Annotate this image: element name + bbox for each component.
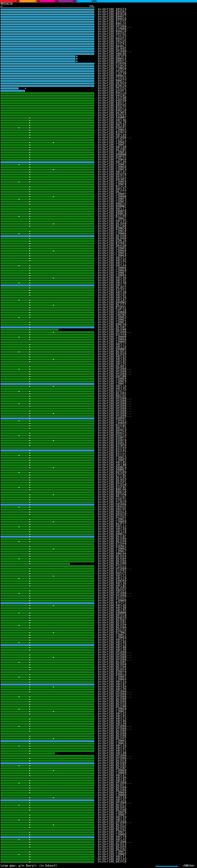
hit-bar[interactable] xyxy=(1,88,19,89)
hit-bar[interactable] xyxy=(1,312,94,313)
hit-bar[interactable] xyxy=(1,385,94,388)
hit-bar[interactable] xyxy=(1,137,94,138)
hit-bar[interactable] xyxy=(1,728,94,730)
hit-bar[interactable] xyxy=(1,548,94,550)
hit-bar[interactable] xyxy=(1,120,94,121)
hit-bar[interactable] xyxy=(1,417,94,420)
hit-bar[interactable] xyxy=(1,391,94,392)
hit-bar[interactable] xyxy=(1,363,94,365)
hit-bar[interactable] xyxy=(1,26,94,28)
hit-bar[interactable] xyxy=(1,359,94,360)
hit-bar[interactable] xyxy=(1,23,94,25)
hit-bar[interactable] xyxy=(1,248,94,249)
hit-bar[interactable] xyxy=(1,474,94,476)
hit-bar[interactable] xyxy=(1,491,94,493)
hit-bar[interactable] xyxy=(1,112,94,114)
hit-bar[interactable] xyxy=(1,376,94,377)
hit-bar[interactable] xyxy=(1,277,94,279)
hit-bar[interactable] xyxy=(1,156,94,158)
hit-bar[interactable] xyxy=(1,139,94,141)
hit-bar[interactable] xyxy=(1,267,94,269)
hit-bar[interactable] xyxy=(1,763,94,764)
hit-bar[interactable] xyxy=(1,53,94,55)
hit-bar[interactable] xyxy=(1,83,94,84)
hit-bar[interactable] xyxy=(1,780,94,781)
hit-label[interactable]: UniRef100_Q8I410 xyxy=(98,861,127,863)
hit-bar[interactable] xyxy=(1,368,94,370)
hit-bar[interactable] xyxy=(1,733,94,735)
hit-bar[interactable] xyxy=(1,583,94,584)
hit-bar[interactable] xyxy=(1,348,94,350)
hit-bar[interactable] xyxy=(1,427,94,429)
hit-bar[interactable] xyxy=(1,472,94,473)
hit-bar[interactable] xyxy=(1,287,94,289)
hit-bar[interactable] xyxy=(1,812,94,813)
hit-bar[interactable] xyxy=(1,186,94,188)
hit-bar[interactable] xyxy=(1,652,94,653)
hit-bar[interactable] xyxy=(1,166,94,168)
hit-bar[interactable] xyxy=(1,467,94,469)
hit-bar[interactable] xyxy=(1,297,94,299)
hit-bar[interactable] xyxy=(1,78,94,80)
hit-bar[interactable] xyxy=(1,533,94,535)
hit-bar[interactable] xyxy=(1,688,94,690)
hit-bar[interactable] xyxy=(1,122,94,124)
hit-bar[interactable] xyxy=(1,184,94,185)
hit-bar[interactable] xyxy=(1,294,94,296)
hit-bar[interactable] xyxy=(1,595,94,597)
hit-bar[interactable] xyxy=(1,383,94,385)
hit-bar[interactable] xyxy=(1,211,94,213)
hit-bar[interactable] xyxy=(1,551,94,552)
hit-bar[interactable] xyxy=(1,327,94,328)
hit-bar[interactable] xyxy=(1,41,94,42)
hit-bar[interactable] xyxy=(1,171,94,173)
hit-bar[interactable] xyxy=(1,501,94,503)
hit-bar[interactable] xyxy=(1,144,94,146)
hit-bar[interactable] xyxy=(1,223,94,225)
hit-bar[interactable] xyxy=(1,735,94,737)
hit-bar[interactable] xyxy=(1,43,94,45)
hit-bar[interactable] xyxy=(1,55,75,57)
hit-bar[interactable] xyxy=(1,822,94,823)
hit-bar[interactable] xyxy=(1,240,94,242)
hit-bar[interactable] xyxy=(1,610,94,612)
hit-bar[interactable] xyxy=(1,304,94,306)
hit-bar[interactable] xyxy=(1,516,94,518)
hit-bar[interactable] xyxy=(1,578,94,580)
hit-bar[interactable] xyxy=(1,777,94,779)
hit-bar[interactable] xyxy=(1,686,94,688)
hit-bar[interactable] xyxy=(1,679,94,680)
hit-bar[interactable] xyxy=(1,829,94,831)
hit-bar[interactable] xyxy=(1,861,94,863)
hit-bar[interactable] xyxy=(1,289,94,291)
hit-bar[interactable] xyxy=(1,174,94,176)
hit-bar[interactable] xyxy=(1,462,94,464)
hit-bar[interactable] xyxy=(1,415,94,417)
hit-bar[interactable] xyxy=(1,314,94,316)
hit-bar[interactable] xyxy=(1,260,94,262)
hit-bar[interactable] xyxy=(1,666,94,668)
hit-bar[interactable] xyxy=(1,92,94,94)
hit-bar[interactable] xyxy=(1,553,94,555)
hit-bar[interactable] xyxy=(1,770,94,772)
hit-bar[interactable] xyxy=(1,412,94,414)
hit-bar[interactable] xyxy=(1,558,94,560)
hit-bar[interactable] xyxy=(1,752,55,754)
hit-bar[interactable] xyxy=(1,708,94,710)
hit-bar[interactable] xyxy=(1,506,94,508)
hit-bar[interactable] xyxy=(1,504,94,505)
hit-bar[interactable] xyxy=(1,834,94,836)
hit-bar[interactable] xyxy=(1,45,94,48)
hit-bar[interactable] xyxy=(1,814,94,816)
hit-bar[interactable] xyxy=(1,316,94,318)
hit-bar[interactable] xyxy=(1,220,94,222)
hit-bar[interactable] xyxy=(1,100,94,102)
hit-bar[interactable] xyxy=(1,191,94,193)
hit-bar[interactable] xyxy=(1,58,75,60)
hit-bar[interactable] xyxy=(1,799,94,801)
hit-bar[interactable] xyxy=(1,149,94,151)
hit-bar[interactable] xyxy=(1,393,94,395)
hit-bar[interactable] xyxy=(1,378,94,380)
hit-bar[interactable] xyxy=(1,671,94,673)
hit-bar[interactable] xyxy=(1,713,94,715)
